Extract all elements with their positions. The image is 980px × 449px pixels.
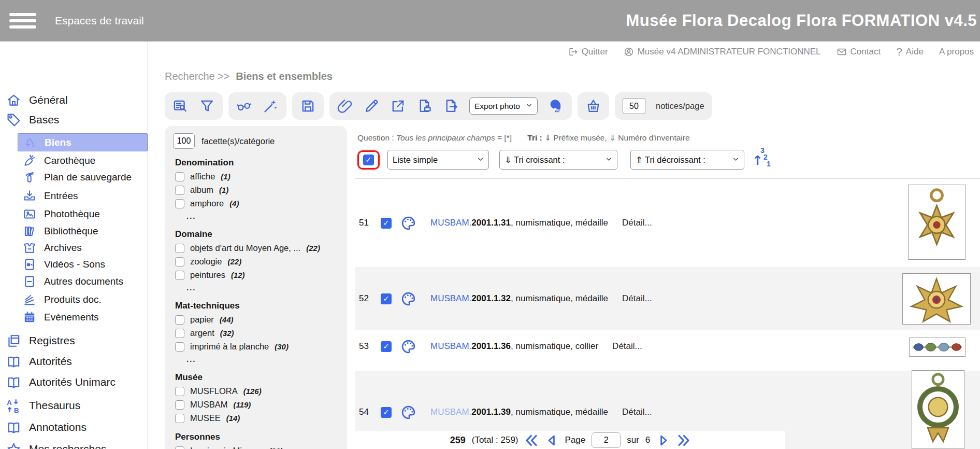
facet-group-title: Personnes (175, 432, 339, 442)
palette-icon[interactable] (400, 339, 416, 355)
facet-group-title: Mat-techniques (175, 301, 339, 311)
palette-icon[interactable] (400, 404, 416, 420)
basket-button[interactable] (585, 98, 601, 114)
magic-wand-button[interactable] (263, 98, 279, 114)
row-checkbox[interactable]: ✓ (381, 341, 392, 352)
sidebar-item-evenements[interactable]: Evènements (0, 309, 148, 326)
svg-text:B: B (14, 406, 19, 413)
record-link[interactable]: MUSBAM. (430, 218, 471, 228)
sidebar-item-produits-doc[interactable]: Produits doc. (0, 291, 148, 308)
sort-up-arrow-icon: ↑ (752, 153, 763, 168)
facet-checkbox[interactable] (175, 186, 184, 195)
attachment-button[interactable] (337, 98, 353, 114)
sidebar-item-autorites-unimarc[interactable]: Autorités Unimarc (0, 373, 148, 391)
sidebar-item-phototheque[interactable]: Photothèque (0, 206, 148, 222)
sidebar-item-thesaurus[interactable]: AB Thesaurus (0, 397, 148, 414)
record-link[interactable]: MUSBAM. (430, 293, 471, 303)
result-thumbnail[interactable] (902, 273, 971, 325)
sidebar-item-entrees[interactable]: Entrées (0, 188, 148, 204)
row-checkbox[interactable]: ✓ (381, 407, 392, 418)
palette-icon[interactable] (400, 291, 416, 307)
sidebar-item-biens[interactable]: ♘ Biens (18, 133, 148, 151)
result-thumbnail[interactable] (909, 338, 965, 357)
export-document-button[interactable] (443, 98, 459, 114)
account-link[interactable]: Musée v4 ADMINISTRATEUR FONCTIONNEL (624, 47, 821, 57)
edit-pencil-button[interactable] (364, 98, 380, 114)
next-page-button[interactable] (656, 433, 670, 447)
first-page-button[interactable] (525, 433, 539, 447)
facet-checkbox[interactable] (175, 271, 184, 280)
palette-icon[interactable] (400, 215, 416, 231)
display-mode-select[interactable]: Liste simple (387, 150, 489, 170)
sidebar-item-autorites[interactable]: Autorités (0, 353, 148, 370)
result-thumbnail[interactable] (912, 370, 964, 449)
contact-link[interactable]: Contact (837, 47, 881, 57)
facet-checkbox[interactable] (175, 315, 184, 325)
detail-link[interactable]: Détail... (622, 407, 652, 417)
facet-more-link[interactable]: ... (186, 212, 339, 220)
detail-link[interactable]: Détail... (622, 218, 652, 228)
result-total: (Total : 259) (472, 435, 518, 445)
row-checkbox[interactable]: ✓ (381, 293, 392, 304)
help-link[interactable]: ? Aide (896, 46, 924, 58)
quit-link[interactable]: Quitter (568, 47, 608, 57)
select-all-checkbox[interactable]: ✓ (363, 155, 374, 165)
save-button[interactable] (300, 98, 316, 114)
decalog-swan-button[interactable]: Re (548, 98, 564, 114)
sidebar-item-archives[interactable]: Archives (0, 240, 148, 256)
facet-item: imprimé à la planche (30) (175, 342, 339, 352)
facet-more-link[interactable]: ... (186, 283, 339, 292)
detail-link[interactable]: Détail... (622, 293, 652, 304)
sidebar-item-general[interactable]: Général (0, 91, 148, 109)
sidebar-item-plan-de-sauvegarde[interactable]: Plan de sauvegarde (0, 169, 148, 186)
hamburger-menu-icon[interactable] (9, 13, 36, 29)
facet-more-link[interactable]: ... (186, 355, 339, 363)
detail-link[interactable]: Détail... (612, 341, 642, 352)
filter-funnel-button[interactable] (199, 98, 215, 114)
facet-checkbox[interactable] (175, 244, 184, 253)
toolbar-group-basket (578, 92, 609, 120)
sidebar-item-carotheque[interactable]: Carothèque (0, 152, 148, 169)
sidebar-item-annotations[interactable]: Annotations (0, 418, 148, 436)
facets-count-input[interactable] (173, 133, 195, 149)
facet-checkbox[interactable] (175, 342, 184, 352)
sidebar-item-autres-documents[interactable]: Autres documents (0, 273, 148, 290)
record-link[interactable]: MUSBAM. (430, 341, 471, 351)
sort-ascending-select[interactable]: ⇓ Tri croissant : (499, 150, 617, 170)
facet-checkbox[interactable] (175, 387, 184, 396)
previous-page-button[interactable] (545, 433, 559, 447)
row-checkbox[interactable]: ✓ (381, 218, 392, 229)
notices-per-page-input[interactable] (623, 98, 645, 114)
record-link[interactable]: MUSBAM. (430, 407, 471, 417)
glasses-view-button[interactable] (236, 98, 252, 114)
facet-checkbox[interactable] (175, 400, 184, 410)
sidebar-item-videos-sons[interactable]: Vidéos - Sons (0, 256, 148, 273)
sidebar-item-mes-recherches[interactable]: Mes recherches (0, 440, 148, 449)
sidebar-item-bibliotheque[interactable]: Bibliothèque (0, 223, 148, 240)
facet-checkbox[interactable] (175, 329, 184, 338)
facet-checkbox[interactable] (175, 199, 184, 208)
result-thumbnail[interactable] (908, 185, 965, 260)
print-document-button[interactable] (416, 98, 433, 114)
multi-sort-button[interactable]: 3 2 1 ↑ (752, 148, 771, 171)
export-photo-select[interactable]: Export photo (469, 97, 538, 115)
facet-item: zoologie (22) (175, 257, 339, 266)
facet-item: affiche (1) (175, 172, 339, 181)
sidebar-item-bases[interactable]: Bases (0, 111, 148, 129)
facet-item: MUSEE (14) (175, 413, 339, 423)
video-document-icon (23, 258, 36, 271)
facet-checkbox[interactable] (175, 172, 184, 181)
page-number-input[interactable] (592, 432, 621, 448)
sidebar-item-registres[interactable]: Registres (0, 332, 148, 349)
facet-checkbox[interactable] (175, 257, 184, 266)
sort-descending-select[interactable]: ⇑ Tri décroissant : (630, 150, 744, 170)
external-link-button[interactable] (390, 98, 406, 114)
about-link[interactable]: A propos (939, 47, 974, 57)
facet-checkbox[interactable] (175, 446, 184, 449)
last-page-button[interactable] (676, 433, 690, 447)
search-list-button[interactable] (172, 98, 189, 114)
facet-checkbox[interactable] (175, 414, 184, 423)
workspace-label[interactable]: Espaces de travail (55, 15, 144, 27)
mail-icon (837, 47, 847, 57)
archive-box-icon (23, 241, 36, 255)
